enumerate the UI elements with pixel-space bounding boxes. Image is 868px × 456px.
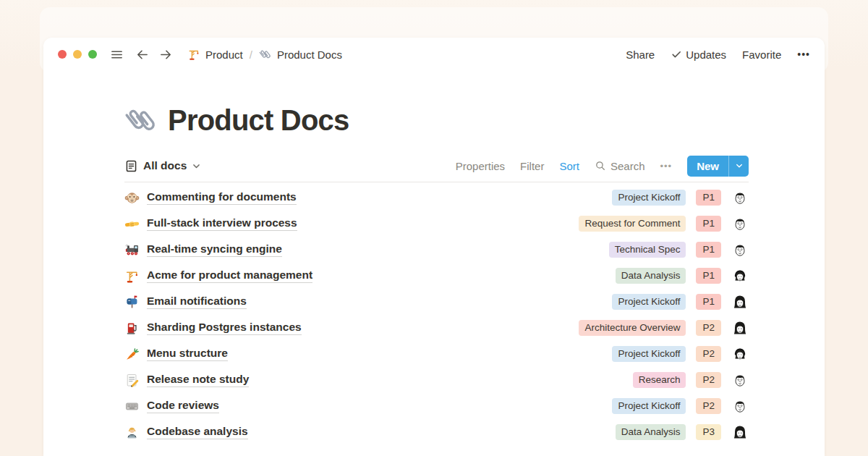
building-crane-icon (187, 48, 200, 61)
updates-button[interactable]: Updates (671, 48, 726, 61)
document-list-icon (124, 159, 138, 173)
page-content: Product Docs All docs Properties Filter … (43, 103, 825, 445)
doc-title-link[interactable]: Full-stack interview process (147, 216, 297, 231)
tag-badge[interactable]: Data Analysis (616, 424, 686, 440)
view-toolbar: All docs Properties Filter Sort Search •… (124, 155, 749, 177)
handshake-icon (124, 216, 140, 232)
table-row[interactable]: Real-time syncing engine Technical Spec … (124, 237, 749, 263)
share-button[interactable]: Share (626, 48, 655, 61)
doc-title-link[interactable]: Email notifications (147, 295, 247, 309)
breadcrumb: Product / Product Docs (187, 48, 342, 61)
fuel-pump-icon (124, 321, 140, 336)
tag-badge[interactable]: Request for Comment (579, 216, 686, 232)
tag-badge[interactable]: Project Kickoff (612, 190, 686, 206)
linked-paperclips-icon (259, 48, 272, 61)
tag-badge[interactable]: Project Kickoff (612, 398, 686, 414)
assignee-avatar[interactable] (731, 345, 749, 363)
close-window-icon[interactable] (58, 50, 67, 59)
filter-button[interactable]: Filter (520, 160, 544, 172)
sort-button[interactable]: Sort (559, 160, 579, 172)
more-options-button[interactable]: ••• (797, 48, 810, 60)
check-icon (671, 48, 682, 60)
doc-title-link[interactable]: Real-time syncing engine (147, 242, 282, 257)
breadcrumb-parent[interactable]: Product (205, 48, 243, 61)
tag-badge[interactable]: Project Kickoff (612, 294, 686, 310)
tag-badge[interactable]: Technical Spec (609, 242, 686, 258)
linked-paperclips-page-icon[interactable] (124, 103, 159, 138)
tag-badge[interactable]: Project Kickoff (612, 346, 686, 362)
breadcrumb-separator: / (248, 48, 254, 61)
assignee-avatar[interactable] (731, 397, 749, 415)
doc-title-link[interactable]: Acme for product management (147, 269, 312, 283)
favorite-button[interactable]: Favorite (742, 48, 781, 61)
breadcrumb-current[interactable]: Product Docs (277, 48, 342, 61)
doc-title-link[interactable]: Commenting for documents (147, 190, 297, 205)
hamburger-menu-icon[interactable] (110, 48, 124, 62)
carrot-icon (124, 347, 140, 362)
properties-button[interactable]: Properties (456, 160, 505, 172)
tag-badge[interactable]: Data Analysis (616, 268, 686, 284)
priority-badge[interactable]: P1 (696, 190, 721, 206)
back-arrow-icon[interactable] (135, 48, 149, 62)
memo-icon (124, 373, 140, 388)
toolbar-more-button[interactable]: ••• (660, 161, 673, 172)
tag-badge[interactable]: Research (633, 372, 686, 388)
toolbar-actions: Properties Filter Sort Search ••• New (456, 156, 749, 177)
doc-title-link[interactable]: Codebase analysis (147, 425, 248, 439)
priority-badge[interactable]: P3 (696, 424, 721, 440)
priority-badge[interactable]: P1 (696, 242, 721, 258)
assignee-avatar[interactable] (731, 267, 749, 284)
updates-label: Updates (686, 48, 726, 61)
traffic-lights (58, 50, 97, 59)
woman-technologist-icon (124, 425, 140, 440)
monkey-face-icon (124, 190, 140, 206)
forward-arrow-icon[interactable] (159, 48, 173, 62)
nav-arrows (135, 48, 173, 62)
table-row[interactable]: Menu structure Project Kickoff P2 (124, 341, 749, 367)
table-row[interactable]: Email notifications Project Kickoff P1 (124, 289, 749, 315)
page-title: Product Docs (168, 104, 349, 137)
priority-badge[interactable]: P2 (696, 372, 721, 388)
view-switcher[interactable]: All docs (124, 159, 201, 173)
chevron-down-icon (735, 161, 744, 170)
table-row[interactable]: Acme for product management Data Analysi… (124, 263, 749, 289)
priority-badge[interactable]: P2 (696, 320, 721, 336)
app-window: Product / Product Docs Share Updates Fav… (43, 38, 825, 456)
table-row[interactable]: Commenting for documents Project Kickoff… (124, 185, 749, 211)
doc-title-link[interactable]: Menu structure (147, 347, 228, 361)
assignee-avatar[interactable] (731, 319, 749, 337)
priority-badge[interactable]: P2 (696, 346, 721, 362)
search-icon (595, 160, 606, 172)
keyboard-icon (124, 399, 140, 414)
search-label: Search (610, 160, 645, 172)
assignee-avatar[interactable] (731, 293, 749, 311)
doc-title-link[interactable]: Release note study (147, 373, 249, 387)
locomotive-icon (124, 242, 140, 258)
tag-badge[interactable]: Architecture Overview (579, 320, 686, 336)
window-header: Product / Product Docs Share Updates Fav… (43, 38, 825, 71)
assignee-avatar[interactable] (731, 189, 749, 206)
doc-title-link[interactable]: Code reviews (147, 399, 219, 413)
search-button[interactable]: Search (595, 160, 645, 172)
table-row[interactable]: Codebase analysis Data Analysis P3 (124, 419, 749, 445)
minimize-window-icon[interactable] (73, 50, 82, 59)
building-crane-icon (124, 269, 140, 284)
priority-badge[interactable]: P1 (696, 216, 721, 232)
table-row[interactable]: Code reviews Project Kickoff P2 (124, 393, 749, 419)
assignee-avatar[interactable] (731, 241, 749, 258)
table-row[interactable]: Sharding Postgres instances Architecture… (124, 315, 749, 341)
table-row[interactable]: Full-stack interview process Request for… (124, 211, 749, 237)
assignee-avatar[interactable] (731, 423, 749, 441)
assignee-avatar[interactable] (731, 215, 749, 232)
docs-table: Commenting for documents Project Kickoff… (124, 185, 749, 445)
table-row[interactable]: Release note study Research P2 (124, 367, 749, 393)
zoom-window-icon[interactable] (88, 50, 97, 59)
new-button-chevron[interactable] (729, 156, 749, 177)
priority-badge[interactable]: P1 (696, 294, 721, 310)
priority-badge[interactable]: P1 (696, 268, 721, 284)
priority-badge[interactable]: P2 (696, 398, 721, 414)
assignee-avatar[interactable] (731, 371, 749, 389)
new-button[interactable]: New (687, 156, 749, 177)
doc-title-link[interactable]: Sharding Postgres instances (147, 321, 302, 335)
new-button-label[interactable]: New (687, 156, 728, 177)
